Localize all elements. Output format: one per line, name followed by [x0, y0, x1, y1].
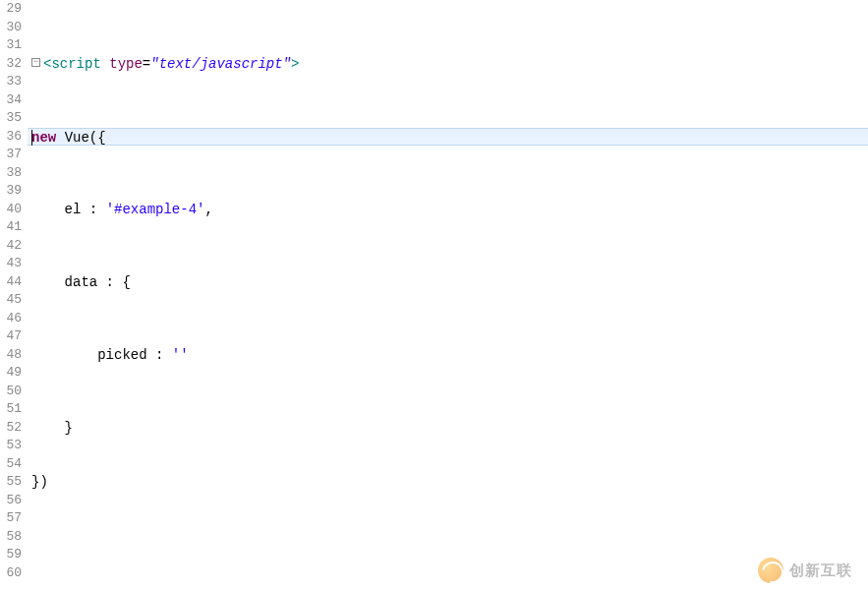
line-number: 38 — [0, 164, 22, 183]
line-number: 31 — [0, 36, 22, 55]
line-number: 46 — [0, 310, 22, 328]
line-number: 39 — [0, 182, 22, 201]
code-line-active[interactable]: new Vue({ — [28, 128, 868, 147]
line-number: 55 — [0, 473, 22, 492]
line-number: 30 — [0, 19, 22, 37]
line-number: 59 — [0, 546, 22, 564]
line-number: 60 — [0, 564, 22, 583]
line-number: 45 — [0, 291, 22, 310]
code-editor[interactable]: 2930313233343536373839404142434445464748… — [0, 0, 868, 591]
line-number: 48 — [0, 346, 22, 365]
line-number: 58 — [0, 528, 22, 547]
line-number: 37 — [0, 146, 22, 164]
watermark-logo-icon — [758, 558, 783, 583]
line-number: 56 — [0, 492, 22, 510]
line-number: 33 — [0, 73, 22, 91]
line-number: 57 — [0, 509, 22, 528]
line-number-gutter: 2930313233343536373839404142434445464748… — [0, 0, 28, 591]
code-line[interactable]: el : '#example-4', — [28, 201, 868, 219]
line-number: 29 — [0, 0, 22, 19]
code-line[interactable]: −<script type="text/javascript"> — [28, 55, 868, 74]
fold-collapse-icon[interactable]: − — [31, 58, 40, 67]
code-line[interactable]: picked : '' — [28, 346, 868, 365]
line-number: 53 — [0, 437, 22, 455]
code-line[interactable]: } — [28, 419, 868, 438]
line-number: 42 — [0, 237, 22, 256]
line-number: 32 — [0, 55, 22, 74]
line-number: 50 — [0, 383, 22, 401]
code-area[interactable]: −<script type="text/javascript"> new Vue… — [28, 0, 868, 591]
line-number: 41 — [0, 218, 22, 237]
line-number: 40 — [0, 201, 22, 219]
line-number: 36 — [0, 128, 22, 147]
code-line[interactable]: }) — [28, 473, 868, 492]
line-number: 54 — [0, 455, 22, 474]
watermark: 创新互联 — [758, 558, 852, 583]
line-number: 47 — [0, 327, 22, 346]
line-number: 44 — [0, 273, 22, 292]
code-line[interactable]: data : { — [28, 273, 868, 292]
line-number: 34 — [0, 91, 22, 110]
code-line[interactable] — [28, 528, 868, 547]
line-number: 51 — [0, 400, 22, 419]
line-number: 35 — [0, 109, 22, 128]
line-number: 52 — [0, 419, 22, 438]
line-number: 49 — [0, 364, 22, 383]
watermark-text: 创新互联 — [789, 561, 852, 580]
line-number: 43 — [0, 255, 22, 273]
